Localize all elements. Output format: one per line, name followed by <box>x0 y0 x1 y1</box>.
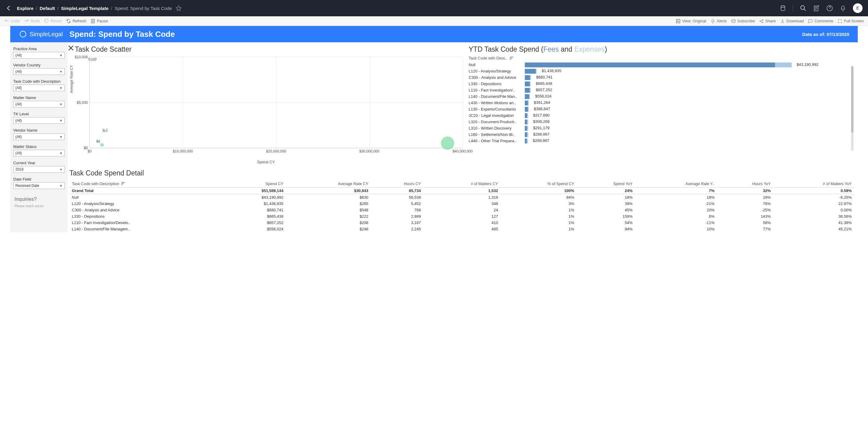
filter-select-3[interactable]: (All) ▼ <box>13 101 65 108</box>
column-header[interactable]: Hours YoY <box>717 180 773 187</box>
table-row[interactable]: Null$43,190,992$63056,5381,31984%18%18%1… <box>69 194 854 201</box>
bar-label: L110 - Fact Investigation/.. <box>469 88 525 92</box>
revert-label: Revert <box>51 19 62 23</box>
search-icon[interactable] <box>800 5 806 11</box>
filter-select-8[interactable]: Received Date ▼ <box>13 182 65 189</box>
undo-button[interactable]: Undo <box>4 19 20 24</box>
pause-button[interactable]: Pause <box>91 19 108 24</box>
download-label: Download <box>786 19 804 23</box>
x-tick: $20,000,000 <box>266 148 286 153</box>
column-header[interactable]: Spend CY <box>222 180 286 187</box>
scatter-bubble[interactable] <box>100 143 104 147</box>
filter-select-0[interactable]: (All) ▼ <box>13 52 65 59</box>
close-icon[interactable] <box>68 45 74 51</box>
refresh-button[interactable]: Refresh <box>66 19 86 24</box>
favorite-star-icon[interactable] <box>176 5 182 11</box>
table-row[interactable]: L140 - Document/File Managem..$556,024$2… <box>69 226 854 232</box>
column-header[interactable]: # of Matters YoY <box>773 180 854 187</box>
ytd-header[interactable]: Task Code with Desc.. <box>469 56 854 60</box>
revert-button[interactable]: Revert <box>44 19 62 24</box>
bar-label: L430 - Written Motions an.. <box>469 100 525 105</box>
breadcrumb-default[interactable]: Default <box>39 6 55 11</box>
bar-row[interactable]: JC20 - Legal investigation $317,890 <box>469 112 854 119</box>
bar-track: $386,847 <box>525 107 854 112</box>
bar-value: $665,438 <box>536 81 552 86</box>
bar-value: $288,867 <box>533 132 550 137</box>
bubble-label: Y100 <box>88 57 96 62</box>
share-button[interactable]: Share <box>759 19 776 24</box>
detail-title: Task Code Spend Detail <box>69 169 854 177</box>
bar-row[interactable]: L320 - Document Producti.. $308,269 <box>469 119 854 125</box>
bar-track: $291,179 <box>525 126 854 131</box>
breadcrumb-sep: / <box>111 6 112 11</box>
bar-row[interactable]: Null $43,190,992 <box>469 62 854 68</box>
alerts-label: Alerts <box>717 19 727 23</box>
dashboard-main: Task Code Scatter Average Rate CY $0$10,… <box>68 42 858 232</box>
logo-mark-icon <box>19 30 27 38</box>
scatter-title: Task Code Scatter <box>69 45 463 53</box>
column-header[interactable]: Spend YoY <box>577 180 635 187</box>
scrollbar[interactable] <box>851 66 854 151</box>
column-header[interactable]: # of Matters CY <box>423 180 500 187</box>
breadcrumb: Explore / Default / SimpleLegal Template… <box>17 6 172 11</box>
bell-icon[interactable] <box>840 5 846 11</box>
filter-select-6[interactable]: (All) ▼ <box>13 150 65 156</box>
table-row[interactable]: L120 - Analysis/Strategy$1,436,935$2655,… <box>69 201 854 207</box>
filter-select-4[interactable]: (All) ▼ <box>13 117 65 124</box>
column-header[interactable]: % of Spend CY <box>500 180 577 187</box>
bar-label: L330 - Depositions <box>469 82 525 86</box>
pause-label: Pause <box>97 19 108 23</box>
fullscreen-button[interactable]: Full Screen <box>838 19 864 24</box>
bar-track: $665,438 <box>525 82 854 86</box>
bar-row[interactable]: L330 - Depositions $665,438 <box>469 81 854 87</box>
column-header[interactable]: Average Rate Y.. <box>635 180 717 187</box>
filter-value: (All) <box>16 69 22 74</box>
column-header[interactable]: Hours CY <box>371 180 423 187</box>
redo-button[interactable]: Redo <box>24 19 40 24</box>
alerts-button[interactable]: Alerts <box>710 19 727 24</box>
filter-select-1[interactable]: (All) ▼ <box>13 68 65 75</box>
bar-row[interactable]: L310 - Written Discovery $291,179 <box>469 125 854 131</box>
bar-row[interactable]: L140 - Document/File Man.. $556,024 <box>469 93 854 99</box>
filter-select-7[interactable]: 2019 ▼ <box>13 166 65 173</box>
bar-row[interactable]: L130 - Experts/Consultants $386,847 <box>469 106 854 112</box>
datasource-icon[interactable] <box>780 5 786 11</box>
brand-name: SimpleLegal <box>30 31 63 38</box>
bar-value: $386,847 <box>534 107 550 111</box>
bar-track: $391,264 <box>525 100 854 105</box>
bar-row[interactable]: L120 - Analysis/Strategy $1,436,935 <box>469 68 854 74</box>
checklist-icon[interactable] <box>813 5 820 11</box>
alerts-icon <box>710 19 715 24</box>
y-tick: $0 <box>84 146 90 150</box>
filter-value: (All) <box>16 118 22 123</box>
help-icon[interactable] <box>826 5 833 11</box>
column-header[interactable]: Average Rate CY <box>286 180 371 187</box>
bar-row[interactable]: C300 - Analysis and Advice $680,741 <box>469 74 854 81</box>
filter-select-5[interactable]: (All) ▼ <box>13 134 65 140</box>
bar-row[interactable]: L440 - Other Trial Prepara.. $269,987 <box>469 138 854 144</box>
scatter-bubble[interactable] <box>441 137 454 150</box>
download-button[interactable]: Download <box>780 19 804 24</box>
filter-select-2[interactable]: (All) ▼ <box>13 85 65 91</box>
column-header[interactable]: Task Code with Description <box>69 180 222 187</box>
breadcrumb-explore[interactable]: Explore <box>17 6 33 11</box>
action-toolbar: Undo Redo Revert Refresh Pause View: Ori… <box>0 16 868 26</box>
bar-row[interactable]: L160 - Settlement/Non-Bi.. $288,867 <box>469 131 854 138</box>
user-avatar[interactable]: E <box>853 3 863 13</box>
back-arrow-icon[interactable] <box>5 5 12 11</box>
grand-total-row[interactable]: Grand Total$51,589,144$30,84385,7341,532… <box>69 187 854 194</box>
refresh-label: Refresh <box>72 19 86 23</box>
detail-table[interactable]: Task Code with Description Spend CYAvera… <box>69 180 854 232</box>
comments-button[interactable]: Comments <box>808 19 833 24</box>
subscribe-button[interactable]: Subscribe <box>731 19 755 24</box>
bar-row[interactable]: L430 - Written Motions an.. $391,264 <box>469 99 854 106</box>
refresh-icon <box>66 19 71 24</box>
ytd-barlist[interactable]: Null $43,190,992 L120 - Analysis/Strateg… <box>469 62 854 144</box>
table-row[interactable]: L110 - Fact Investigation/Develo..$657,2… <box>69 220 854 226</box>
table-row[interactable]: C300 - Analysis and Advice$680,741$54876… <box>69 207 854 213</box>
table-row[interactable]: L330 - Depositions$665,438$2222,9891271%… <box>69 213 854 220</box>
bar-row[interactable]: L110 - Fact Investigation/.. $657,252 <box>469 87 854 93</box>
scatter-plot[interactable]: $0$10,000,000$20,000,000$30,000,000$40,0… <box>89 57 463 148</box>
breadcrumb-template[interactable]: SimpleLegal Template <box>61 6 108 11</box>
view-button[interactable]: View: Original <box>676 19 706 24</box>
